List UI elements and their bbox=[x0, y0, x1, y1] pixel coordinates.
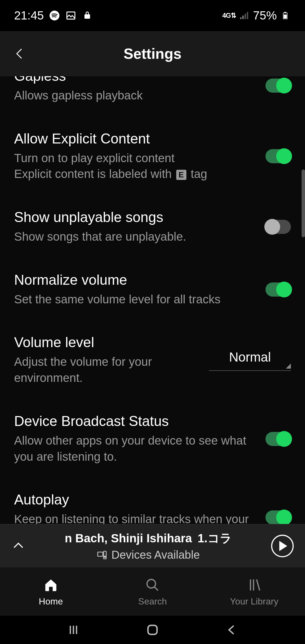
dropdown-value: Normal bbox=[209, 349, 291, 365]
toggle-broadcast[interactable] bbox=[265, 432, 291, 446]
settings-list[interactable]: Gapless Allows gapless playback Allow Ex… bbox=[0, 76, 305, 524]
play-icon bbox=[279, 541, 287, 551]
setting-desc: Allows gapless playback bbox=[14, 88, 257, 104]
back-button-system[interactable] bbox=[223, 621, 240, 638]
setting-explicit[interactable]: Allow Explicit Content Turn on to play e… bbox=[14, 116, 291, 195]
system-nav-bar bbox=[0, 616, 305, 644]
library-icon bbox=[246, 577, 262, 593]
svg-point-12 bbox=[147, 579, 156, 588]
nav-label: Home bbox=[39, 596, 63, 607]
setting-autoplay[interactable]: Autoplay Keep on listening to similar tr… bbox=[14, 477, 291, 524]
setting-title: Volume level bbox=[14, 334, 201, 351]
setting-normalize[interactable]: Normalize volume Set the same volume lev… bbox=[14, 258, 291, 320]
settings-header: Settings bbox=[0, 31, 305, 76]
page-title: Settings bbox=[123, 45, 181, 62]
spotify-icon bbox=[49, 10, 60, 21]
setting-desc: Adjust the volume for your environment. bbox=[14, 354, 201, 386]
network-4g-icon: 4G⇅ bbox=[222, 12, 236, 19]
now-playing-title: 1.コラ bbox=[198, 530, 232, 546]
setting-desc: Keep on listening to similar tracks when… bbox=[14, 511, 257, 524]
image-icon bbox=[65, 10, 77, 21]
toggle-autoplay[interactable] bbox=[265, 510, 291, 524]
now-playing-artist: n Bach, Shinji Ishihara bbox=[65, 532, 192, 545]
svg-rect-5 bbox=[247, 12, 248, 19]
setting-title: Autoplay bbox=[14, 491, 257, 508]
dropdown-arrow-icon bbox=[286, 364, 291, 369]
svg-rect-8 bbox=[284, 15, 287, 18]
setting-unplayable[interactable]: Show unplayable songs Show songs that ar… bbox=[14, 195, 291, 258]
search-icon bbox=[145, 577, 160, 593]
svg-rect-9 bbox=[98, 552, 103, 556]
battery-icon bbox=[280, 10, 291, 21]
setting-desc: Set the same volume level for all tracks bbox=[14, 291, 257, 308]
toggle-unplayable[interactable] bbox=[265, 220, 291, 234]
devices-available-button[interactable]: Devices Available bbox=[34, 549, 263, 561]
setting-title: Gapless bbox=[14, 76, 257, 84]
play-button[interactable] bbox=[271, 535, 294, 557]
svg-point-11 bbox=[104, 556, 106, 557]
toggle-explicit[interactable] bbox=[265, 149, 291, 163]
setting-title: Normalize volume bbox=[14, 272, 257, 288]
svg-rect-2 bbox=[240, 17, 241, 19]
setting-title: Device Broadcast Status bbox=[14, 413, 257, 429]
explicit-tag-icon: E bbox=[176, 170, 186, 180]
expand-player-button[interactable] bbox=[11, 539, 25, 553]
nav-label: Your Library bbox=[230, 596, 278, 607]
svg-rect-7 bbox=[284, 12, 286, 13]
svg-rect-3 bbox=[242, 16, 244, 19]
setting-title: Allow Explicit Content bbox=[14, 130, 257, 147]
recent-apps-button[interactable] bbox=[65, 621, 82, 638]
home-icon bbox=[43, 577, 59, 593]
setting-broadcast[interactable]: Device Broadcast Status Allow other apps… bbox=[14, 399, 291, 477]
svg-rect-13 bbox=[148, 625, 157, 634]
nav-search[interactable]: Search bbox=[102, 568, 203, 616]
status-time: 21:45 bbox=[14, 9, 44, 22]
setting-volume-level[interactable]: Volume level Adjust the volume for your … bbox=[14, 320, 291, 399]
back-button[interactable] bbox=[11, 45, 28, 62]
setting-desc: Turn on to play explicit content Explici… bbox=[14, 150, 257, 182]
bottom-nav: Home Search Your Library bbox=[0, 568, 305, 616]
battery-percent: 75% bbox=[253, 9, 277, 22]
signal-icon bbox=[239, 10, 250, 21]
setting-title: Show unplayable songs bbox=[14, 209, 257, 225]
lock-icon bbox=[82, 10, 93, 21]
toggle-gapless[interactable] bbox=[265, 79, 291, 93]
nav-home[interactable]: Home bbox=[0, 568, 102, 616]
svg-rect-4 bbox=[245, 14, 246, 19]
volume-level-dropdown[interactable]: Normal bbox=[209, 349, 291, 371]
toggle-normalize[interactable] bbox=[265, 282, 291, 297]
setting-desc: Show songs that are unplayable. bbox=[14, 229, 257, 245]
scrollbar[interactable] bbox=[302, 169, 305, 237]
now-playing-bar[interactable]: n Bach, Shinji Ishihara 1.コラ Devices Ava… bbox=[0, 524, 305, 568]
setting-gapless[interactable]: Gapless Allows gapless playback bbox=[14, 76, 291, 116]
status-bar: 21:45 4G⇅ 75% bbox=[0, 0, 305, 31]
setting-desc: Allow other apps on your device to see w… bbox=[14, 433, 257, 465]
home-button[interactable] bbox=[144, 621, 161, 638]
nav-library[interactable]: Your Library bbox=[203, 568, 305, 616]
nav-label: Search bbox=[138, 596, 167, 607]
